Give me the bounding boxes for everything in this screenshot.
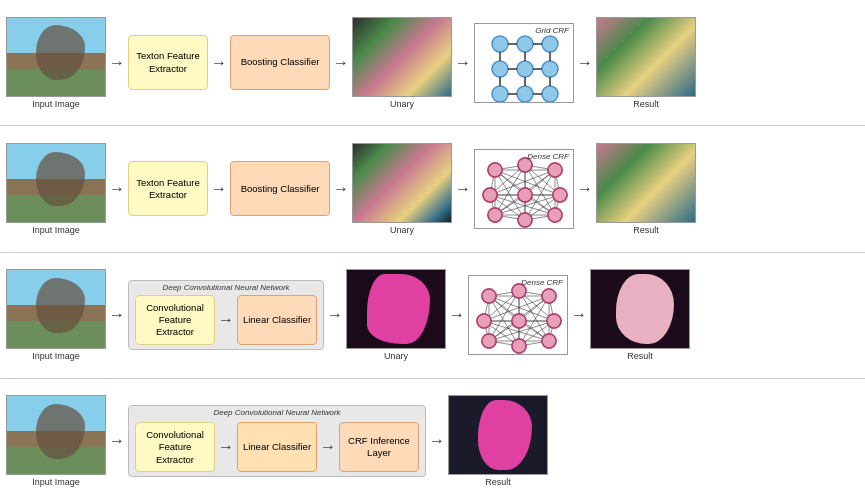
svg-point-6	[492, 86, 508, 102]
arrow-3-r3: →	[449, 306, 465, 324]
result-label-r1: Result	[633, 99, 659, 109]
pipeline-container: Input Image → Texton FeatureExtractor → …	[0, 0, 865, 504]
input-cell-r2: Input Image	[6, 143, 106, 235]
dcnn-label-r4: Deep Convolutional Neural Network	[213, 408, 340, 417]
dcnn-inner-r4: ConvolutionalFeature Extractor → Linear …	[135, 422, 419, 472]
row-4: Input Image → Deep Convolutional Neural …	[0, 379, 865, 504]
arrow-inner2-r4: →	[320, 438, 336, 456]
svg-point-5	[542, 61, 558, 77]
input-image-r1	[6, 17, 106, 97]
crf-label-r3: Dense CRF	[521, 278, 563, 287]
input-cell-r3: Input Image	[6, 269, 106, 361]
texton-feature-extractor-r2: Texton FeatureExtractor	[128, 161, 208, 216]
unary-image-r2	[352, 143, 452, 223]
result-label-r4: Result	[485, 477, 511, 487]
texton-cell-r2: Texton FeatureExtractor	[128, 161, 208, 216]
arrow-1-r2: →	[109, 180, 125, 198]
arrow-5-r1: →	[577, 54, 593, 72]
arrow-2-r4: →	[429, 432, 445, 450]
unary-label-r3: Unary	[384, 351, 408, 361]
arrow-4-r1: →	[455, 54, 471, 72]
dcnn-label-r3: Deep Convolutional Neural Network	[162, 283, 289, 292]
svg-point-120	[482, 289, 496, 303]
conv-feature-extractor-r4: ConvolutionalFeature Extractor	[135, 422, 215, 472]
arrow-4-r3: →	[571, 306, 587, 324]
svg-point-125	[547, 314, 561, 328]
dcnn-wrapper-r3: Deep Convolutional Neural Network Convol…	[128, 280, 324, 350]
arrow-1-r4: →	[109, 432, 125, 450]
arrow-inner-r3: →	[218, 311, 234, 329]
grid-crf-r1: Grid CRF	[474, 23, 574, 103]
input-label-r4: Input Image	[32, 477, 80, 487]
crf-cell-r1: Grid CRF	[474, 23, 574, 103]
unary-label-r1: Unary	[390, 99, 414, 109]
svg-point-122	[542, 289, 556, 303]
crf-inference-layer-r4: CRF InferenceLayer	[339, 422, 419, 472]
crf-label-r2: Dense CRF	[527, 152, 569, 161]
svg-point-128	[542, 334, 556, 348]
result-label-r3: Result	[627, 351, 653, 361]
linear-classifier-r3: Linear Classifier	[237, 295, 317, 345]
svg-point-69	[483, 188, 497, 202]
svg-point-8	[542, 86, 558, 102]
unary-image-r1	[352, 17, 452, 97]
row-3: Input Image → Deep Convolutional Neural …	[0, 253, 865, 379]
linear-classifier-r4: Linear Classifier	[237, 422, 317, 472]
result-image-r3	[590, 269, 690, 349]
boosting-classifier-r1: Boosting Classifier	[230, 35, 330, 90]
svg-point-73	[518, 213, 532, 227]
input-label-r1: Input Image	[32, 99, 80, 109]
dcnn-inner-r3: ConvolutionalFeature Extractor → Linear …	[135, 295, 317, 345]
svg-point-68	[548, 163, 562, 177]
result-image-r2	[596, 143, 696, 223]
boosting-cell-r2: Boosting Classifier	[230, 161, 330, 216]
arrow-4-r2: →	[455, 180, 471, 198]
result-label-r2: Result	[633, 225, 659, 235]
unary-cell-r3: Unary	[346, 269, 446, 361]
result-image-r1	[596, 17, 696, 97]
result-cell-r2: Result	[596, 143, 696, 235]
svg-point-123	[477, 314, 491, 328]
unary-label-r2: Unary	[390, 225, 414, 235]
result-cell-r1: Result	[596, 17, 696, 109]
arrow-2-r3: →	[327, 306, 343, 324]
result-image-r4	[448, 395, 548, 475]
result-cell-r3: Result	[590, 269, 690, 361]
svg-point-2	[542, 36, 558, 52]
unary-image-r3	[346, 269, 446, 349]
svg-point-72	[488, 208, 502, 222]
arrow-3-r2: →	[333, 180, 349, 198]
arrow-inner1-r4: →	[218, 438, 234, 456]
boosting-cell-r1: Boosting Classifier	[230, 35, 330, 90]
arrow-2-r2: →	[211, 180, 227, 198]
result-cell-r4: Result	[448, 395, 548, 487]
crf-label-r1: Grid CRF	[535, 26, 569, 35]
boosting-classifier-r2: Boosting Classifier	[230, 161, 330, 216]
arrow-3-r1: →	[333, 54, 349, 72]
svg-point-126	[482, 334, 496, 348]
svg-point-1	[517, 36, 533, 52]
svg-point-70	[518, 188, 532, 202]
svg-point-0	[492, 36, 508, 52]
arrow-5-r2: →	[577, 180, 593, 198]
crf-cell-r2: Dense CRF	[474, 149, 574, 229]
input-label-r2: Input Image	[32, 225, 80, 235]
dcnn-wrapper-r4: Deep Convolutional Neural Network Convol…	[128, 405, 426, 477]
svg-point-74	[548, 208, 562, 222]
dense-crf-r3: Dense CRF	[468, 275, 568, 355]
svg-point-4	[517, 61, 533, 77]
row-2: Input Image → Texton FeatureExtractor → …	[0, 126, 865, 252]
svg-point-7	[517, 86, 533, 102]
input-image-r3	[6, 269, 106, 349]
conv-feature-extractor-r3: ConvolutionalFeature Extractor	[135, 295, 215, 345]
row-1: Input Image → Texton FeatureExtractor → …	[0, 0, 865, 126]
texton-cell-r1: Texton FeatureExtractor	[128, 35, 208, 90]
input-image-r2	[6, 143, 106, 223]
unary-cell-r2: Unary	[352, 143, 452, 235]
input-image-r4	[6, 395, 106, 475]
unary-cell-r1: Unary	[352, 17, 452, 109]
arrow-2-r1: →	[211, 54, 227, 72]
dense-crf-r2: Dense CRF	[474, 149, 574, 229]
svg-point-71	[553, 188, 567, 202]
input-label-r3: Input Image	[32, 351, 80, 361]
